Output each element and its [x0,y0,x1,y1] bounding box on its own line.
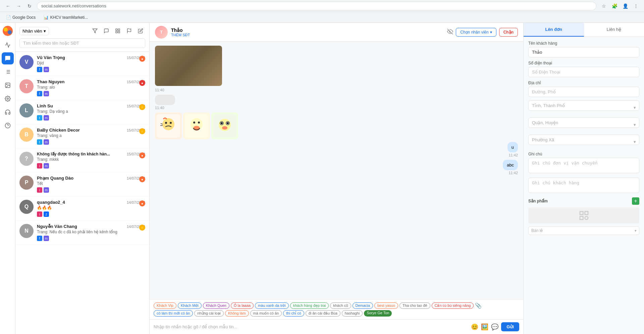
bookmark-google-docs[interactable]: 📄 Google Docs [3,14,38,20]
tag-demacia[interactable]: Demacia [353,302,373,309]
note-customer-input[interactable] [528,178,639,193]
ward-select[interactable]: Phường Xã [528,135,639,145]
tag-tha-cho-tao[interactable]: Tha cho tao đê [399,302,430,309]
assign-chevron-icon: ▾ [490,30,492,35]
conv-channels: t m [37,139,145,145]
back-button[interactable]: ← [3,1,13,11]
tag-khach-dep-trai[interactable]: khách hàng đẹp trai [290,302,329,309]
edit-icon[interactable] [136,26,145,36]
tag-khong-lam[interactable]: Không làm [225,310,249,317]
conv-item[interactable]: B BaBy Chicken Decor 15/07/2022 Trang: v… [15,124,149,148]
tag-can-cu[interactable]: Cần cù bù siêng năng [432,302,474,309]
district-select[interactable]: Quận, Huyện [528,117,639,128]
avatar: T [19,79,34,93]
tag-khach-moi[interactable]: Khách Mới [178,302,202,309]
nav-list[interactable] [2,66,14,78]
conv-item[interactable]: P Phạm Quang Dào 14/07/2022 Tết i m ● [15,172,149,196]
bookmark-button[interactable]: ☆ [599,1,608,11]
address-bar[interactable]: social.salework.net/conversations [37,2,596,10]
conv-name-row: Thao Nguyen 15/07/2022 [37,79,145,84]
conv-badge: ● [139,152,145,158]
nav-help[interactable] [2,120,14,132]
message-row: 11:40 [155,46,518,92]
price-type-select[interactable]: Bán lẻ [528,226,639,235]
tag-best-yasuo[interactable]: best yasuo [374,302,398,309]
chevron-down-icon: ▾ [44,29,46,34]
note-shipping-input[interactable] [528,158,639,173]
conv-item[interactable]: N Nguyễn Văn Chang 14/07/2022 Trang: Nếu… [15,221,149,245]
nav-settings[interactable] [2,93,14,105]
conv-item[interactable]: T Thao Nguyen 15/07/2022 Trang: alo f m … [15,76,149,100]
menu-button[interactable]: ⋮ [631,1,641,11]
tag-khach-quen[interactable]: Khách Quen [203,302,229,309]
bookmarks-bar: 📄 Google Docs 📊 KHCV teamMarketi... [0,12,644,23]
emoji-icon[interactable]: 😊 [471,323,478,331]
conv-name: Không lấy được thông tin khách hàn... [37,152,110,156]
image-upload-icon[interactable]: 🖼️ [481,323,488,331]
tag-di-an[interactable]: đi ăn cái đầu Búa [306,310,340,317]
sticker [211,112,238,139]
chat-message-input[interactable] [154,324,468,329]
right-panel: Lên đơn Liên hệ Tên khách hàng Số điện t… [523,23,644,334]
assign-staff-button[interactable]: Chọn nhân viên ▾ [456,28,496,37]
conv-preview: Djid [37,61,145,65]
tag-ma-muon[interactable]: mà muốn có ăn [250,310,282,317]
conv-item[interactable]: Q quangdao2_4 14/07/2022 🔥🔥🔥 i z ● [15,196,149,221]
conv-item[interactable]: V Vũ Văn Trọng 15/07/2022 Djid f m ● [15,52,149,76]
tag-sorye[interactable]: Sorye Ge Ton [364,310,392,317]
tag-hashaghi[interactable]: hashaghi [342,310,363,317]
phone-label: Số điện thoại [528,61,639,65]
conv-list-header-top: Nhân viên ▾ [19,26,145,36]
tag-o-la-laaaa[interactable]: Ô la laaaa [231,302,254,309]
customer-name-input[interactable] [528,47,639,57]
nav-chat[interactable] [2,52,14,64]
app-logo[interactable] [2,26,13,36]
extensions-button[interactable]: 🧩 [610,1,619,11]
staff-selector[interactable]: Nhân viên ▾ [19,27,49,35]
svg-point-1 [4,28,8,32]
svg-rect-17 [116,31,117,33]
tag-khach-cu[interactable]: khách cũ [330,302,351,309]
nav-image[interactable] [2,79,14,91]
conv-item[interactable]: ? Không lấy được thông tin khách hàn... … [15,148,149,172]
nav-headset[interactable] [2,106,14,118]
add-product-button[interactable]: + [632,197,639,205]
tag-mau-xanh[interactable]: màu xanh da trời [255,302,289,309]
avatar: V [19,55,34,69]
svg-point-2 [8,30,12,34]
template-icon[interactable]: 💬 [491,323,498,331]
address-street-input[interactable] [528,87,639,97]
svg-rect-40 [585,211,588,214]
tag-thi-chi-co[interactable]: thì chỉ có [283,310,304,317]
message-bubble: u [507,142,518,152]
compose-icon[interactable] [102,26,111,36]
send-button[interactable]: Gửi [501,322,519,331]
conv-name: quangdao2_4 [37,200,65,205]
reload-button[interactable]: ↻ [25,1,34,11]
conv-search-input[interactable] [19,38,145,48]
nav-chart[interactable] [2,39,14,51]
filter-icon[interactable] [90,26,100,36]
add-phone-link[interactable]: THÊM SĐT [171,33,444,37]
tag-nhung-cai-loai[interactable]: những cái loại [194,310,224,317]
tag-attach-icon[interactable]: 📎 [475,302,482,309]
tag-khach-vip[interactable]: Khách Vip [154,302,176,309]
conv-name: BaBy Chicken Decor [37,128,80,133]
phone-input[interactable] [528,67,639,77]
chat-user-avatar: T [155,26,168,39]
grid-icon[interactable] [113,26,122,36]
forward-button[interactable]: → [14,1,23,11]
hide-icon[interactable] [447,29,453,36]
svg-rect-39 [580,211,583,214]
channel-fb-icon: f [37,236,42,241]
channel-ig-icon: i [37,163,42,169]
profile-button[interactable]: 👤 [621,1,630,11]
flag-icon[interactable] [124,26,134,36]
tab-lien-he[interactable]: Liên hệ [584,23,644,37]
bookmark-khcv[interactable]: 📊 KHCV teamMarketi... [41,14,91,20]
block-button[interactable]: Chặn [499,28,518,37]
tag-co-lam[interactable]: có làm thì mới có ăn [154,310,193,317]
province-select[interactable]: Tỉnh, Thành Phố [528,100,639,111]
conv-item[interactable]: L Linh Su 15/07/2022 Trang: Dạ vâng a t … [15,100,149,124]
tab-len-don[interactable]: Lên đơn [524,23,584,37]
